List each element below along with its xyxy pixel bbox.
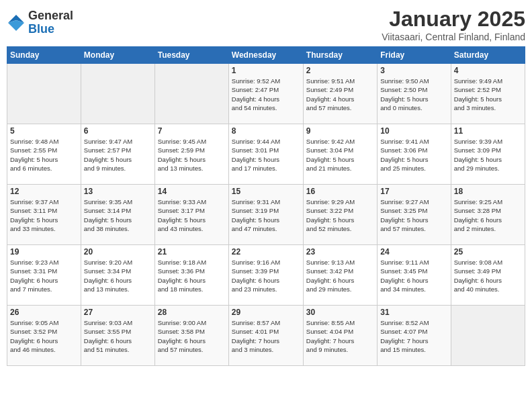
calendar-cell bbox=[451, 306, 525, 366]
day-number: 22 bbox=[232, 247, 300, 257]
calendar-cell: 11Sunrise: 9:39 AM Sunset: 3:09 PM Dayli… bbox=[451, 124, 525, 185]
day-header-saturday: Saturday bbox=[451, 47, 525, 64]
day-number: 31 bbox=[380, 308, 447, 317]
day-number: 23 bbox=[306, 247, 374, 257]
week-row: 26Sunrise: 9:05 AM Sunset: 3:52 PM Dayli… bbox=[7, 306, 525, 366]
day-info: Sunrise: 9:31 AM Sunset: 3:19 PM Dayligh… bbox=[232, 197, 300, 233]
day-info: Sunrise: 9:18 AM Sunset: 3:36 PM Dayligh… bbox=[158, 258, 226, 293]
day-info: Sunrise: 9:50 AM Sunset: 2:50 PM Dayligh… bbox=[380, 77, 447, 112]
calendar-cell: 7Sunrise: 9:45 AM Sunset: 2:59 PM Daylig… bbox=[154, 124, 228, 185]
logo-icon bbox=[7, 13, 26, 32]
calendar-cell: 17Sunrise: 9:27 AM Sunset: 3:25 PM Dayli… bbox=[378, 185, 451, 245]
day-number: 11 bbox=[454, 126, 522, 136]
day-header-tuesday: Tuesday bbox=[154, 47, 228, 64]
calendar-cell: 26Sunrise: 9:05 AM Sunset: 3:52 PM Dayli… bbox=[7, 306, 81, 366]
day-info: Sunrise: 8:57 AM Sunset: 4:01 PM Dayligh… bbox=[232, 318, 300, 354]
page-header: General Blue January 2025 Viitasaari, Ce… bbox=[7, 7, 525, 42]
day-info: Sunrise: 9:42 AM Sunset: 3:04 PM Dayligh… bbox=[306, 137, 374, 173]
day-number: 27 bbox=[84, 308, 152, 317]
day-number: 24 bbox=[380, 247, 447, 257]
day-number: 6 bbox=[84, 126, 152, 136]
day-number: 10 bbox=[380, 126, 447, 136]
day-info: Sunrise: 9:45 AM Sunset: 2:59 PM Dayligh… bbox=[158, 137, 226, 173]
calendar-cell: 19Sunrise: 9:23 AM Sunset: 3:31 PM Dayli… bbox=[7, 245, 81, 306]
day-number: 19 bbox=[10, 247, 78, 257]
title-block: January 2025 Viitasaari, Central Finland… bbox=[382, 7, 525, 42]
calendar-cell: 24Sunrise: 9:11 AM Sunset: 3:45 PM Dayli… bbox=[378, 245, 451, 306]
day-number: 3 bbox=[380, 66, 447, 75]
day-header-thursday: Thursday bbox=[303, 47, 377, 64]
day-info: Sunrise: 8:52 AM Sunset: 4:07 PM Dayligh… bbox=[380, 318, 447, 354]
calendar-table: SundayMondayTuesdayWednesdayThursdayFrid… bbox=[7, 46, 525, 366]
calendar-cell: 31Sunrise: 8:52 AM Sunset: 4:07 PM Dayli… bbox=[378, 306, 451, 366]
calendar-cell: 15Sunrise: 9:31 AM Sunset: 3:19 PM Dayli… bbox=[228, 185, 303, 245]
calendar-cell bbox=[154, 64, 228, 124]
calendar-cell: 4Sunrise: 9:49 AM Sunset: 2:52 PM Daylig… bbox=[451, 64, 525, 124]
calendar-cell bbox=[81, 64, 154, 124]
day-number: 28 bbox=[158, 308, 226, 317]
calendar-cell: 9Sunrise: 9:42 AM Sunset: 3:04 PM Daylig… bbox=[303, 124, 377, 185]
day-header-wednesday: Wednesday bbox=[228, 47, 303, 64]
logo-text: General Blue bbox=[28, 9, 73, 36]
calendar-cell: 21Sunrise: 9:18 AM Sunset: 3:36 PM Dayli… bbox=[154, 245, 228, 306]
week-row: 1Sunrise: 9:52 AM Sunset: 2:47 PM Daylig… bbox=[7, 64, 525, 124]
day-info: Sunrise: 9:03 AM Sunset: 3:55 PM Dayligh… bbox=[84, 318, 152, 354]
day-info: Sunrise: 9:05 AM Sunset: 3:52 PM Dayligh… bbox=[10, 318, 78, 354]
day-number: 7 bbox=[158, 126, 226, 136]
day-info: Sunrise: 9:13 AM Sunset: 3:42 PM Dayligh… bbox=[306, 258, 374, 293]
day-number: 20 bbox=[84, 247, 152, 257]
calendar-cell: 25Sunrise: 9:08 AM Sunset: 3:49 PM Dayli… bbox=[451, 245, 525, 306]
day-info: Sunrise: 9:47 AM Sunset: 2:57 PM Dayligh… bbox=[84, 137, 152, 173]
calendar-cell: 3Sunrise: 9:50 AM Sunset: 2:50 PM Daylig… bbox=[378, 64, 451, 124]
day-number: 18 bbox=[454, 187, 522, 196]
day-info: Sunrise: 9:08 AM Sunset: 3:49 PM Dayligh… bbox=[454, 258, 522, 293]
day-info: Sunrise: 9:20 AM Sunset: 3:34 PM Dayligh… bbox=[84, 258, 152, 293]
calendar-cell: 14Sunrise: 9:33 AM Sunset: 3:17 PM Dayli… bbox=[154, 185, 228, 245]
day-info: Sunrise: 9:27 AM Sunset: 3:25 PM Dayligh… bbox=[380, 197, 447, 233]
day-number: 14 bbox=[158, 187, 226, 196]
calendar-cell: 1Sunrise: 9:52 AM Sunset: 2:47 PM Daylig… bbox=[228, 64, 303, 124]
calendar-cell: 27Sunrise: 9:03 AM Sunset: 3:55 PM Dayli… bbox=[81, 306, 154, 366]
calendar-cell: 10Sunrise: 9:41 AM Sunset: 3:06 PM Dayli… bbox=[378, 124, 451, 185]
day-number: 13 bbox=[84, 187, 152, 196]
day-header-monday: Monday bbox=[81, 47, 154, 64]
day-info: Sunrise: 9:41 AM Sunset: 3:06 PM Dayligh… bbox=[380, 137, 447, 173]
day-number: 25 bbox=[454, 247, 522, 257]
day-number: 26 bbox=[10, 308, 78, 317]
header-row: SundayMondayTuesdayWednesdayThursdayFrid… bbox=[7, 47, 525, 64]
day-number: 5 bbox=[10, 126, 78, 136]
day-number: 30 bbox=[306, 308, 374, 317]
day-info: Sunrise: 9:44 AM Sunset: 3:01 PM Dayligh… bbox=[232, 137, 300, 173]
calendar-cell: 18Sunrise: 9:25 AM Sunset: 3:28 PM Dayli… bbox=[451, 185, 525, 245]
day-info: Sunrise: 9:37 AM Sunset: 3:11 PM Dayligh… bbox=[10, 197, 78, 233]
day-info: Sunrise: 9:23 AM Sunset: 3:31 PM Dayligh… bbox=[10, 258, 78, 293]
day-number: 9 bbox=[306, 126, 374, 136]
calendar-cell: 12Sunrise: 9:37 AM Sunset: 3:11 PM Dayli… bbox=[7, 185, 81, 245]
day-info: Sunrise: 9:49 AM Sunset: 2:52 PM Dayligh… bbox=[454, 77, 522, 112]
location-subtitle: Viitasaari, Central Finland, Finland bbox=[382, 32, 525, 42]
day-number: 15 bbox=[232, 187, 300, 196]
day-info: Sunrise: 9:35 AM Sunset: 3:14 PM Dayligh… bbox=[84, 197, 152, 233]
logo: General Blue bbox=[7, 9, 73, 36]
calendar-cell: 5Sunrise: 9:48 AM Sunset: 2:55 PM Daylig… bbox=[7, 124, 81, 185]
day-info: Sunrise: 9:00 AM Sunset: 3:58 PM Dayligh… bbox=[158, 318, 226, 354]
week-row: 12Sunrise: 9:37 AM Sunset: 3:11 PM Dayli… bbox=[7, 185, 525, 245]
week-row: 5Sunrise: 9:48 AM Sunset: 2:55 PM Daylig… bbox=[7, 124, 525, 185]
day-info: Sunrise: 9:11 AM Sunset: 3:45 PM Dayligh… bbox=[380, 258, 447, 293]
calendar-cell: 2Sunrise: 9:51 AM Sunset: 2:49 PM Daylig… bbox=[303, 64, 377, 124]
day-number: 1 bbox=[232, 66, 300, 75]
day-header-friday: Friday bbox=[378, 47, 451, 64]
day-info: Sunrise: 8:55 AM Sunset: 4:04 PM Dayligh… bbox=[306, 318, 374, 354]
calendar-cell: 20Sunrise: 9:20 AM Sunset: 3:34 PM Dayli… bbox=[81, 245, 154, 306]
day-number: 16 bbox=[306, 187, 374, 196]
calendar-cell: 30Sunrise: 8:55 AM Sunset: 4:04 PM Dayli… bbox=[303, 306, 377, 366]
day-info: Sunrise: 9:33 AM Sunset: 3:17 PM Dayligh… bbox=[158, 197, 226, 233]
day-number: 4 bbox=[454, 66, 522, 75]
logo-blue-text: Blue bbox=[28, 23, 73, 36]
calendar-cell: 6Sunrise: 9:47 AM Sunset: 2:57 PM Daylig… bbox=[81, 124, 154, 185]
calendar-cell: 8Sunrise: 9:44 AM Sunset: 3:01 PM Daylig… bbox=[228, 124, 303, 185]
day-info: Sunrise: 9:16 AM Sunset: 3:39 PM Dayligh… bbox=[232, 258, 300, 293]
calendar-cell: 23Sunrise: 9:13 AM Sunset: 3:42 PM Dayli… bbox=[303, 245, 377, 306]
day-info: Sunrise: 9:52 AM Sunset: 2:47 PM Dayligh… bbox=[232, 77, 300, 112]
day-info: Sunrise: 9:29 AM Sunset: 3:22 PM Dayligh… bbox=[306, 197, 374, 233]
